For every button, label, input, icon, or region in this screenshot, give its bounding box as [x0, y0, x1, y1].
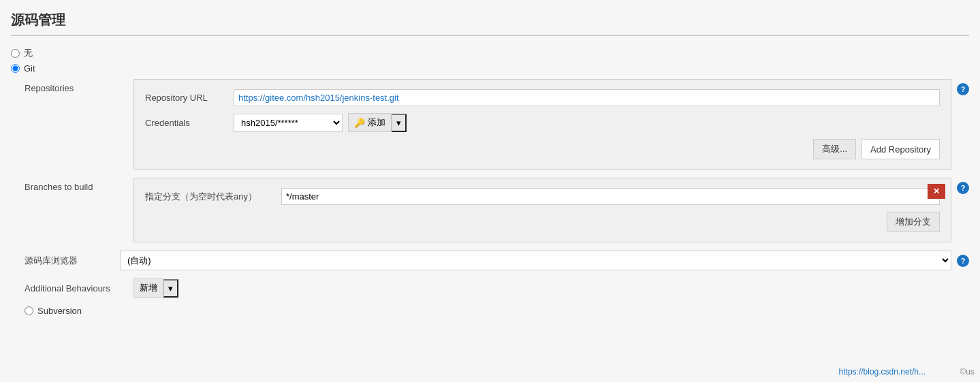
- scm-svn-radio[interactable]: [25, 306, 33, 315]
- add-branch-button[interactable]: 增加分支: [887, 212, 940, 232]
- delete-branch-button[interactable]: ✕: [928, 184, 945, 199]
- credentials-label: Credentials: [145, 118, 234, 128]
- scm-none-option[interactable]: 无: [11, 47, 969, 59]
- scm-svn-label: Subversion: [37, 306, 82, 316]
- credentials-add-dropdown[interactable]: ▾: [392, 114, 407, 132]
- browser-section: 源码库浏览器 (自动) githubweb gitoriousweb ?: [11, 251, 969, 270]
- advanced-button[interactable]: 高级...: [813, 139, 856, 159]
- credentials-row: Credentials hsh2015/****** 🔑 添加 ▾: [145, 113, 940, 132]
- credentials-add-button[interactable]: 🔑 添加: [348, 113, 392, 132]
- new-behaviour-button[interactable]: 新增: [133, 278, 163, 298]
- scm-git-label: Git: [24, 63, 35, 74]
- credentials-controls: hsh2015/****** 🔑 添加 ▾: [234, 113, 407, 132]
- repo-url-input[interactable]: [234, 89, 940, 106]
- chevron-down-icon: ▾: [396, 118, 401, 128]
- branches-section: Branches to build ✕ 指定分支（为空时代表any） 增加分支 …: [11, 178, 969, 242]
- chevron-down-icon-2: ▾: [168, 283, 173, 293]
- branch-row: 指定分支（为空时代表any）: [145, 188, 940, 205]
- browser-select[interactable]: (自动) githubweb gitoriousweb: [120, 251, 951, 270]
- repo-url-row: Repository URL: [145, 89, 940, 106]
- page-title: 源码管理: [11, 11, 969, 36]
- credentials-select[interactable]: hsh2015/******: [234, 114, 343, 132]
- branches-help-icon[interactable]: ?: [957, 182, 969, 194]
- key-icon: 🔑: [354, 118, 365, 128]
- branches-label: Branches to build: [25, 178, 133, 192]
- repositories-label: Repositories: [25, 79, 133, 93]
- new-btn-label: 新增: [140, 282, 157, 294]
- browser-help-icon[interactable]: ?: [957, 255, 969, 267]
- repo-url-label: Repository URL: [145, 93, 234, 103]
- repositories-content: Repository URL Credentials hsh2015/*****…: [133, 79, 951, 170]
- repositories-section: Repositories Repository URL Credentials …: [11, 79, 969, 170]
- browser-label: 源码库浏览器: [25, 255, 120, 267]
- scm-git-radio[interactable]: [11, 64, 20, 73]
- branch-specifier-label: 指定分支（为空时代表any）: [145, 191, 281, 203]
- branch-input[interactable]: [281, 188, 940, 205]
- behaviours-controls: 新增 ▾: [133, 278, 178, 298]
- behaviours-section: Additional Behaviours 新增 ▾: [11, 278, 969, 298]
- branches-content: ✕ 指定分支（为空时代表any） 增加分支: [133, 178, 951, 242]
- repositories-help-icon[interactable]: ?: [957, 83, 969, 95]
- new-behaviour-dropdown[interactable]: ▾: [163, 279, 178, 298]
- repositories-footer: 高级... Add Repository: [145, 139, 940, 159]
- branches-footer: 增加分支: [145, 212, 940, 232]
- subversion-section[interactable]: Subversion: [11, 306, 969, 316]
- behaviours-label: Additional Behaviours: [25, 283, 133, 293]
- add-repository-button[interactable]: Add Repository: [862, 139, 940, 159]
- scm-git-option[interactable]: Git: [11, 63, 969, 74]
- add-btn-label: 添加: [368, 116, 385, 129]
- scm-none-label: 无: [24, 47, 33, 59]
- scm-none-radio[interactable]: [11, 49, 20, 58]
